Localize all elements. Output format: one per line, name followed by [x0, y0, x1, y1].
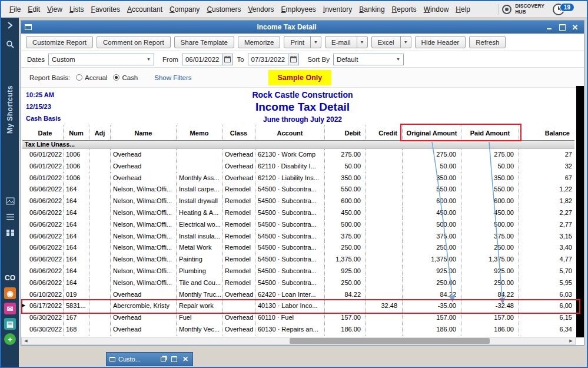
menu-banking[interactable]: Banking — [356, 4, 388, 15]
maximize-button[interactable] — [170, 356, 178, 363]
window-titlebar[interactable]: Income Tax Detail ✕ — [21, 21, 584, 34]
column-header-balance[interactable]: Balance — [519, 125, 574, 140]
column-header-credit[interactable]: Credit — [366, 125, 403, 140]
cell-balance: 5,95 — [519, 277, 574, 289]
show-filters-link[interactable]: Show Filters — [154, 74, 191, 81]
radio-icon — [113, 74, 119, 81]
cell-adj — [89, 184, 111, 195]
close-button[interactable]: ✕ — [181, 356, 190, 363]
column-header-account[interactable]: Account — [255, 125, 325, 140]
column-header-num[interactable]: Num — [64, 125, 89, 140]
column-header-class[interactable]: Class — [222, 125, 255, 140]
menu-company[interactable]: Company — [166, 4, 203, 15]
menu-file[interactable]: File — [6, 4, 24, 15]
cell-original-amount: 375.00 — [403, 231, 461, 243]
print-button[interactable]: Print▼ — [284, 36, 321, 48]
sidebar-add-button[interactable]: + — [1, 333, 19, 345]
menu-window[interactable]: Window — [420, 4, 453, 15]
sidebar-user-button[interactable]: ◉ — [1, 287, 19, 299]
cell-balance: 5,70 — [519, 266, 574, 277]
table-row[interactable]: 06/06/2022164Nelson, Wilma:Offi...Painti… — [22, 254, 574, 266]
calendar-icon[interactable] — [222, 54, 232, 65]
cell-date: 06/30/2022 — [27, 324, 64, 336]
menu-vendors[interactable]: Vendors — [244, 4, 277, 15]
table-row[interactable]: 06/06/2022164Nelson, Wilma:Offi...Metal … — [22, 242, 574, 254]
email-dropdown-caret[interactable]: ▼ — [357, 37, 367, 48]
close-button[interactable]: ✕ — [570, 23, 580, 32]
sidebar-view-button[interactable] — [1, 197, 19, 205]
table-row[interactable]: 06/06/2022164Nelson, Wilma:Offi...Heatin… — [22, 207, 574, 219]
menu-help[interactable]: Help — [452, 4, 474, 15]
sidebar-expand-button[interactable] — [1, 21, 19, 29]
menu-view[interactable]: View — [44, 4, 66, 15]
refresh-button[interactable]: Refresh — [469, 36, 506, 48]
menu-reports[interactable]: Reports — [388, 4, 420, 15]
excel-dropdown-caret[interactable]: ▼ — [400, 37, 411, 48]
table-row[interactable]: 06/06/2022164Nelson, Wilma:Offi...Instal… — [22, 195, 574, 207]
column-header-date[interactable]: Date — [27, 125, 64, 140]
sidebar-book-button[interactable]: ▤ — [1, 318, 19, 330]
menu-customers[interactable]: Customers — [203, 4, 244, 15]
sidebar-shortcuts-tab[interactable]: My Shortcuts — [1, 85, 19, 134]
from-date-field[interactable]: 06/01/2022 — [182, 54, 234, 65]
accrual-radio[interactable]: Accrual — [76, 74, 107, 81]
column-header-name[interactable]: Name — [111, 125, 177, 140]
sidebar-grid-button[interactable] — [1, 229, 19, 237]
cell-account: 60110 · Fuel — [255, 312, 325, 324]
table-row[interactable]: 06/01/20221006OverheadOverhead62130 · Wo… — [22, 149, 574, 161]
sidebar-co-button[interactable]: CO — [1, 274, 19, 282]
discovery-hub-button[interactable]: DISCOVERY HUB — [502, 4, 544, 15]
email-button[interactable]: E-mail▼ — [325, 36, 368, 48]
memorize-button[interactable]: Memorize — [238, 36, 280, 48]
column-header-adj[interactable]: Adj — [89, 125, 111, 140]
menu-edit[interactable]: Edit — [24, 4, 44, 15]
reminders-count-badge: 19 — [560, 3, 574, 12]
table-row[interactable]: 06/06/2022164Nelson, Wilma:Offi...Plumbi… — [22, 266, 574, 277]
sidebar-search-button[interactable] — [1, 40, 19, 49]
menu-lists[interactable]: Lists — [66, 4, 88, 15]
dates-dropdown[interactable]: Custom ▼ — [48, 54, 154, 65]
share-template-button[interactable]: Share Template — [174, 36, 234, 48]
column-header-debit[interactable]: Debit — [325, 125, 366, 140]
cell-num: 164 — [64, 254, 89, 266]
scrollbar-thumb[interactable] — [290, 338, 490, 344]
print-dropdown-caret[interactable]: ▼ — [310, 37, 321, 48]
row-gutter — [22, 277, 27, 289]
column-header-memo[interactable]: Memo — [177, 125, 222, 140]
reminders-clock-button[interactable]: 19 — [553, 3, 573, 16]
cell-name: Nelson, Wilma:Offi... — [111, 266, 177, 277]
menu-favorites[interactable]: Favorites — [88, 4, 124, 15]
table-row[interactable]: 06/01/20221006OverheadOverhead62110 · Di… — [22, 161, 574, 173]
excel-button[interactable]: Excel▼ — [371, 36, 411, 48]
sortby-dropdown[interactable]: Default ▼ — [333, 54, 404, 65]
cell-account: 54500 · Subcontra... — [255, 184, 325, 195]
comment-on-report-button[interactable]: Comment on Report — [97, 36, 171, 48]
hide-header-button[interactable]: Hide Header — [415, 36, 466, 48]
minimized-window[interactable]: Custo... ✕ — [106, 352, 193, 366]
sidebar-list-button[interactable] — [1, 213, 19, 221]
scroll-left-arrow[interactable]: ◀ — [22, 337, 30, 344]
customize-report-button[interactable]: Customize Report — [26, 36, 93, 48]
table-row[interactable]: 06/30/2022167OverheadFuelOverhead60110 ·… — [22, 312, 574, 324]
table-row[interactable]: 06/06/2022164Nelson, Wilma:Offi...Instal… — [22, 231, 574, 243]
cash-radio[interactable]: Cash — [113, 74, 138, 81]
cell-credit — [366, 184, 403, 195]
minimize-button[interactable] — [544, 23, 554, 32]
scroll-right-arrow[interactable]: ▶ — [567, 337, 575, 344]
maximize-button[interactable] — [557, 23, 567, 32]
menu-employees[interactable]: Employees — [277, 4, 319, 15]
sample-only-stamp: Sample Only — [268, 70, 332, 85]
cell-debit: 50.00 — [325, 161, 366, 173]
table-row[interactable]: 06/06/2022164Nelson, Wilma:Offi...Tile a… — [22, 277, 574, 289]
table-row[interactable]: 06/01/20221006OverheadMonthly Ass...Over… — [22, 173, 574, 184]
restore-button[interactable] — [159, 356, 167, 363]
table-row[interactable]: 06/06/2022164Nelson, Wilma:Offi...Electr… — [22, 219, 574, 231]
horizontal-scrollbar[interactable]: ◀ ▶ — [21, 337, 576, 345]
sidebar-mail-button[interactable]: ✉ — [1, 303, 19, 314]
table-row[interactable]: 06/06/2022164Nelson, Wilma:Offi...Instal… — [22, 184, 574, 195]
menu-accountant[interactable]: Accountant — [124, 4, 166, 15]
calendar-icon[interactable] — [288, 54, 298, 65]
menu-inventory[interactable]: Inventory — [320, 4, 356, 15]
table-row[interactable]: 06/30/2022168OverheadMonthly Vec...Overh… — [22, 324, 574, 336]
to-date-field[interactable]: 07/31/2022 — [248, 54, 300, 65]
